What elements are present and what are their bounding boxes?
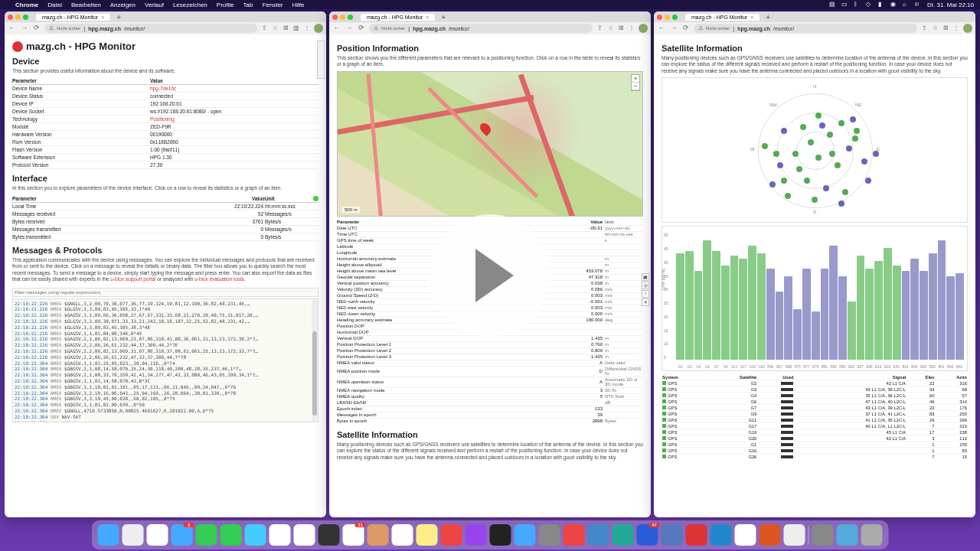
- reload-button[interactable]: ⟳: [357, 24, 366, 33]
- table-row[interactable]: Messages transmitted0Messages/s: [12, 225, 318, 233]
- back-button[interactable]: ←: [332, 24, 341, 33]
- table-row[interactable]: Device Namehpg-7de16c: [12, 85, 318, 93]
- close-tab-icon[interactable]: ×: [426, 15, 429, 20]
- table-row[interactable]: GPSG647 L1 C/A, 40 L2C-L46314: [662, 399, 968, 405]
- menu-bookmarks[interactable]: Lesezeichen: [173, 2, 207, 8]
- cno-bar-chart[interactable]: C/N0 [dBHz] 5045403530252015105 G2G3G4G6…: [662, 226, 968, 371]
- forward-button[interactable]: →: [345, 24, 354, 33]
- dock-trash-icon[interactable]: [861, 524, 883, 546]
- share-icon[interactable]: ⇪: [596, 24, 603, 32]
- window-controls[interactable]: [657, 15, 678, 20]
- dock-facetime-icon[interactable]: [196, 524, 217, 546]
- log-line[interactable]: 22:10:22.226 NMEA $GAGSV,2,2,06,26,61,23…: [15, 354, 316, 360]
- table-row[interactable]: GPSG1945 L1 C/A17238: [662, 429, 968, 435]
- extensions-icon[interactable]: ⊞: [282, 24, 289, 32]
- dock-news-icon[interactable]: [564, 524, 585, 546]
- dock-acrobat-icon[interactable]: [686, 524, 707, 546]
- address-bar[interactable]: ⚠Nicht sicher| hpg.mazg.ch/monitor/: [369, 24, 593, 33]
- menu-help[interactable]: Hilfe: [292, 2, 305, 8]
- maximize-window-icon[interactable]: [672, 15, 678, 20]
- map-center-button[interactable]: ◎: [642, 282, 649, 289]
- log-line[interactable]: 22:10:22.226 NMEA $GLGSV,3,3,09,83,45,30…: [15, 306, 316, 312]
- log-line[interactable]: 22:10:22.304 NMEA $GQGSV,1,1,01,02,00,03…: [15, 402, 316, 408]
- reload-button[interactable]: ⟳: [32, 24, 41, 33]
- table-row[interactable]: Bytes in epoch2898Bytes: [337, 418, 643, 424]
- log-line[interactable]: 22:10:22.304 NMEA $GAGSV,1,1,02,25,05,02…: [15, 360, 316, 367]
- table-row[interactable]: Position Protection Level 20.809m: [337, 347, 643, 354]
- eval-tools-link[interactable]: u-blox evaluation tools: [194, 276, 244, 282]
- address-bar[interactable]: ⚠Nicht sicher| hpg.mazg.ch/monitor/: [694, 24, 917, 33]
- star-icon[interactable]: ☆: [271, 24, 279, 32]
- close-window-icon[interactable]: [8, 15, 13, 20]
- dock-teams-icon[interactable]: [662, 524, 683, 546]
- dock-launchpad-icon[interactable]: [122, 524, 144, 546]
- dock-appstore-icon[interactable]: [514, 524, 536, 546]
- table-row[interactable]: Epoch index133: [337, 406, 643, 412]
- message-log[interactable]: 22:10:22.226 NMEA $GNGLL,3,2,09,79,30,07…: [12, 298, 318, 422]
- dropbox-icon[interactable]: ◇: [866, 1, 874, 8]
- bluetooth-icon[interactable]: ᛒ: [854, 1, 861, 8]
- menu-file[interactable]: Datei: [47, 2, 62, 8]
- map-clear-button[interactable]: ✕: [642, 298, 649, 306]
- dock-photoshop-icon[interactable]: [710, 524, 732, 546]
- zoom-out-button[interactable]: −: [632, 83, 639, 90]
- table-row[interactable]: GPSG11155: [662, 442, 968, 448]
- minimize-window-icon[interactable]: [340, 15, 345, 20]
- new-tab-button[interactable]: +: [113, 13, 124, 21]
- menu-icon[interactable]: ⋮: [952, 24, 960, 32]
- table-row[interactable]: TechnologyPositioning: [12, 116, 318, 123]
- log-line[interactable]: 22:10:22.226 NMEA $GAGSV,2,2,06,26,61,23…: [15, 342, 316, 348]
- dock-downloads-icon[interactable]: [812, 524, 834, 546]
- table-row[interactable]: Device Statusconnected: [12, 93, 318, 100]
- dock-tv-icon[interactable]: [490, 524, 511, 546]
- table-row[interactable]: NMEA position modeDDifferential GNSS fix: [337, 366, 643, 377]
- dock-maps-icon[interactable]: [245, 524, 266, 546]
- dock-preview-icon[interactable]: [294, 524, 315, 546]
- close-window-icon[interactable]: [657, 15, 662, 20]
- table-row[interactable]: LBAND Eb/N0dB: [337, 399, 643, 406]
- dock-powerpoint-icon[interactable]: [760, 524, 781, 546]
- maximize-window-icon[interactable]: [348, 15, 353, 20]
- table-row[interactable]: NMEA navigation mode33D fix: [337, 387, 643, 393]
- close-window-icon[interactable]: [332, 15, 338, 20]
- share-icon[interactable]: ⇪: [920, 24, 928, 32]
- window-controls[interactable]: [332, 15, 353, 20]
- menu-icon[interactable]: ⋮: [303, 24, 311, 32]
- minimize-window-icon[interactable]: [15, 15, 21, 20]
- log-line[interactable]: 22:10:22.304 NMEA $GNGLL,4710.5733850,N,…: [15, 408, 316, 414]
- dock-messages-icon[interactable]: [220, 524, 242, 546]
- satellite-skyplot[interactable]: N E S W NE NW: [662, 77, 968, 223]
- close-tab-icon[interactable]: ×: [750, 15, 753, 20]
- dock-contacts-icon[interactable]: [368, 524, 389, 546]
- log-line[interactable]: 22:10:22.226 NMEA $GLGSV,3,2,09,30,071,3…: [15, 318, 316, 324]
- table-row[interactable]: Hardware Version00190000: [12, 131, 318, 139]
- dock-chrome-icon[interactable]: [735, 524, 756, 546]
- dock-podcasts-icon[interactable]: [466, 524, 487, 546]
- minimize-window-icon[interactable]: [665, 15, 670, 20]
- log-line[interactable]: 22:10:22.226 NMEA $GAGSV,2,2,06,02,13,06…: [15, 348, 316, 354]
- table-row[interactable]: NMEA operation statusAAutomatic 2D or 3D…: [337, 377, 643, 387]
- dock-music-icon[interactable]: [441, 524, 462, 546]
- table-row[interactable]: Position Protection Level 10.790m: [337, 341, 643, 347]
- app-name[interactable]: Chrome: [15, 2, 38, 8]
- dock-folder-icon[interactable]: [837, 524, 858, 546]
- table-row[interactable]: GPSG343 L1 C/A, 39 L2C-L3468: [662, 386, 968, 393]
- log-line[interactable]: 22:10:22.304 NMEA $GBGSV,3,2,10,16,06,04…: [15, 390, 316, 396]
- dock-photos-icon[interactable]: [270, 524, 291, 546]
- browser-tab[interactable]: mazg.ch - HPG Monitor×: [685, 14, 760, 21]
- table-row[interactable]: Device Socketws://192.168.20.61:8080/ - …: [12, 108, 318, 116]
- scrollbar[interactable]: [312, 299, 318, 422]
- table-row[interactable]: GPSG937 L1 C/A, 41 L2C-L83250: [662, 411, 968, 417]
- share-icon[interactable]: ⇪: [260, 24, 268, 32]
- table-row[interactable]: Bytes received3761Bytes/s: [12, 217, 318, 225]
- extension-icon[interactable]: ▥: [292, 24, 300, 32]
- forward-button[interactable]: →: [20, 24, 29, 33]
- table-row[interactable]: Protocol Version27.30: [12, 161, 318, 169]
- log-line[interactable]: 22:10:22.304 NMEA $GBGSV,2,1,08,14,58,07…: [15, 366, 316, 372]
- map-recenter-button[interactable]: ⟟: [642, 290, 649, 298]
- menu-tab[interactable]: Tab: [243, 2, 253, 8]
- forward-button[interactable]: →: [669, 24, 678, 33]
- menu-window[interactable]: Fenster: [262, 2, 283, 8]
- dock-calendar-icon[interactable]: [343, 524, 364, 546]
- dock-settings-icon[interactable]: [539, 524, 560, 546]
